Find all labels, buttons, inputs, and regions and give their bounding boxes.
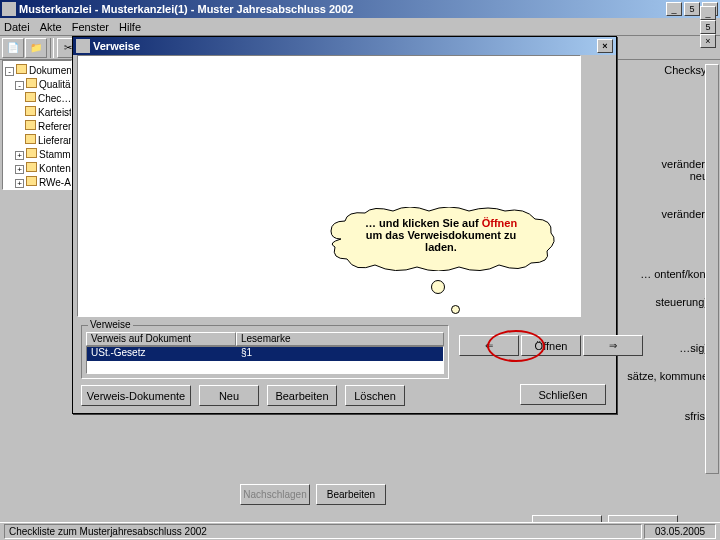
schliessen-button[interactable]: Schließen: [520, 384, 606, 405]
neu-button[interactable]: Neu: [199, 385, 259, 406]
loeschen-button[interactable]: Löschen: [345, 385, 405, 406]
right-lbl: … ontenf/koni: [640, 268, 708, 280]
bubble-icon: [431, 280, 445, 294]
menu-bar: Datei Akte Fenster Hilfe _ 5 ×: [0, 18, 720, 36]
dialog-icon: [76, 39, 90, 53]
col-header[interactable]: Verweis auf Dokument: [86, 332, 236, 346]
mdi-minimize-button[interactable]: _: [700, 6, 716, 20]
menu-fenster[interactable]: Fenster: [72, 21, 109, 33]
right-lbl: …sig): [679, 342, 708, 354]
maximize-button[interactable]: 5: [684, 2, 700, 16]
dialog-content-area: [77, 55, 581, 317]
right-lbl: verändert: [662, 208, 708, 220]
document-tree[interactable]: -Dokumente -Qualitäts… Chec… Karteista… …: [2, 60, 72, 190]
open-button[interactable]: Öffnen: [521, 335, 581, 356]
right-header: Checksys: [624, 64, 712, 78]
prev-button[interactable]: ⇐: [459, 335, 519, 356]
right-lbl: steuerung): [655, 296, 708, 308]
bearbeiten-button[interactable]: Bearbeiten: [316, 484, 386, 505]
menu-datei[interactable]: Datei: [4, 21, 30, 33]
dialog-title: Verweise: [93, 40, 597, 52]
toolbar-button-1[interactable]: 📄: [2, 38, 24, 58]
verweise-dialog: Verweise × … und klicken Sie auf Öffnen …: [72, 36, 617, 414]
app-icon: [2, 2, 16, 16]
dialog-close-button[interactable]: ×: [597, 39, 613, 53]
nachschlagen-button[interactable]: Nachschlagen: [240, 484, 310, 505]
list-body[interactable]: USt.-Gesetz §1: [86, 346, 444, 374]
list-row-selected[interactable]: USt.-Gesetz §1: [87, 347, 443, 361]
mdi-maximize-button[interactable]: 5: [700, 20, 716, 34]
menu-akte[interactable]: Akte: [40, 21, 62, 33]
open-button-group: ⇐ Öffnen ⇒: [459, 335, 643, 356]
app-titlebar: Musterkanzlei - Musterkanzlei(1) - Muste…: [0, 0, 720, 18]
group-label: Verweise: [88, 319, 133, 330]
verweis-dokumente-button[interactable]: Verweis-Dokumente: [81, 385, 191, 406]
app-title: Musterkanzlei - Musterkanzlei(1) - Muste…: [19, 3, 666, 15]
col-header[interactable]: Lesemarke: [236, 332, 444, 346]
mdi-close-button[interactable]: ×: [700, 34, 716, 48]
right-lbl: sätze, kommune: [627, 370, 708, 382]
menu-hilfe[interactable]: Hilfe: [119, 21, 141, 33]
toolbar-button-2[interactable]: 📁: [25, 38, 47, 58]
dialog-button-row: Verweis-Dokumente Neu Bearbeiten Löschen: [81, 385, 405, 406]
bearbeiten-button[interactable]: Bearbeiten: [267, 385, 337, 406]
minimize-button[interactable]: _: [666, 2, 682, 16]
dialog-titlebar: Verweise ×: [73, 37, 616, 55]
next-button[interactable]: ⇒: [583, 335, 643, 356]
status-text: Checkliste zum Musterjahresabschluss 200…: [4, 524, 642, 539]
lower-buttons: Nachschlagen Bearbeiten: [240, 484, 386, 505]
status-bar: Checkliste zum Musterjahresabschluss 200…: [0, 522, 720, 540]
scrollbar[interactable]: [705, 64, 719, 474]
right-lbl: verändert: [662, 158, 708, 170]
bubble-icon: [451, 305, 460, 314]
list-header: Verweis auf Dokument Lesemarke: [86, 332, 444, 346]
status-date: 03.05.2005: [644, 524, 716, 539]
verweise-group: Verweise Verweis auf Dokument Lesemarke …: [81, 325, 449, 379]
